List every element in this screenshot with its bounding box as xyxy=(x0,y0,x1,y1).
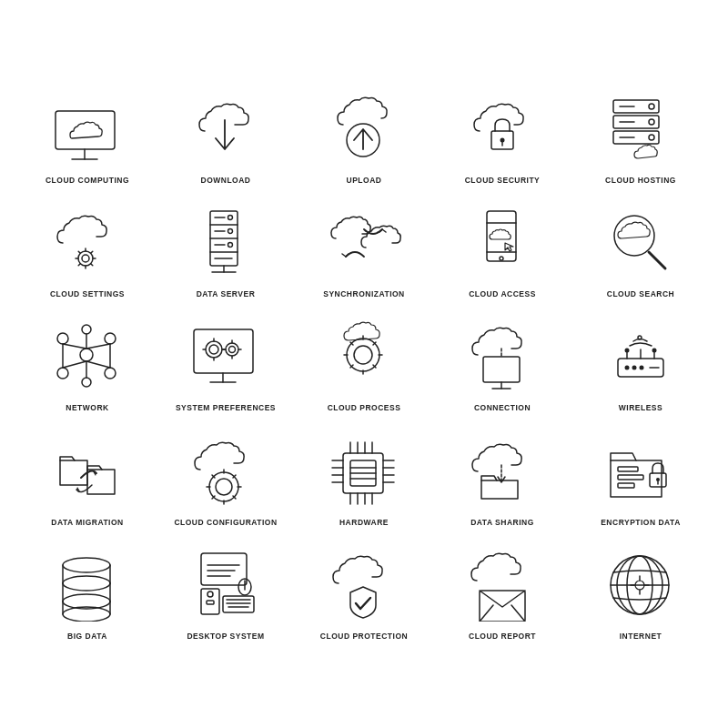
svg-line-53 xyxy=(86,344,110,349)
svg-point-49 xyxy=(105,368,116,379)
svg-rect-149 xyxy=(201,589,219,614)
svg-point-101 xyxy=(216,479,232,495)
svg-point-94 xyxy=(652,349,657,353)
label-download: DOWNLOAD xyxy=(201,176,251,186)
icon-cloud-computing xyxy=(42,88,133,170)
svg-rect-132 xyxy=(618,467,638,471)
label-network: NETWORK xyxy=(66,403,108,413)
icon-system-preferences xyxy=(180,316,271,398)
icon-synchronization xyxy=(318,202,410,284)
label-encryption-data: ENCRYPTION DATA xyxy=(601,518,681,528)
icon-hardware xyxy=(318,430,410,512)
svg-line-44 xyxy=(649,252,665,268)
svg-point-48 xyxy=(57,368,68,379)
icon-cell-cloud-hosting: CLOUD HOSTING xyxy=(571,79,710,193)
label-data-migration: DATA MIGRATION xyxy=(51,518,123,528)
svg-point-95 xyxy=(625,366,630,370)
svg-point-45 xyxy=(80,349,93,361)
icon-cell-connection: CONNECTION xyxy=(433,307,571,420)
icon-desktop-system xyxy=(180,544,271,626)
svg-rect-0 xyxy=(56,111,115,149)
icon-cloud-security xyxy=(457,88,548,170)
icon-data-migration xyxy=(42,430,133,512)
icon-cell-download: DOWNLOAD xyxy=(157,79,295,193)
icon-cloud-protection xyxy=(318,544,410,626)
svg-point-31 xyxy=(228,229,233,234)
label-data-server: DATA SERVER xyxy=(197,289,256,299)
icon-cell-internet: INTERNET xyxy=(571,535,710,649)
svg-line-52 xyxy=(63,344,86,349)
icon-cloud-hosting xyxy=(595,88,686,170)
icon-wireless xyxy=(595,316,686,398)
icon-cell-cloud-protection: CLOUD PROTECTION xyxy=(295,535,433,649)
icon-cell-data-migration: DATA MIGRATION xyxy=(18,421,157,535)
svg-point-93 xyxy=(625,349,630,353)
svg-rect-85 xyxy=(483,357,520,382)
svg-point-96 xyxy=(632,366,637,370)
svg-line-25 xyxy=(91,252,93,254)
label-big-data: BIG DATA xyxy=(67,632,107,642)
icon-cell-cloud-computing: CLOUD COMPUTING xyxy=(18,79,157,193)
label-desktop-system: DESKTOP SYSTEM xyxy=(187,632,264,642)
svg-point-46 xyxy=(57,333,68,344)
svg-rect-148 xyxy=(201,553,247,585)
label-cloud-computing: CLOUD COMPUTING xyxy=(46,176,129,186)
icon-cell-encryption-data: ENCRYPTION DATA xyxy=(571,421,710,535)
icon-cell-cloud-access: CLOUD ACCESS xyxy=(433,193,571,307)
icon-network xyxy=(42,316,133,398)
svg-line-23 xyxy=(91,264,93,266)
svg-line-22 xyxy=(78,252,80,254)
label-cloud-security: CLOUD SECURITY xyxy=(465,176,541,186)
svg-line-162 xyxy=(480,605,493,622)
icon-cell-synchronization: SYNCHRONIZATION xyxy=(295,193,433,307)
label-cloud-process: CLOUD PROCESS xyxy=(328,403,401,413)
icon-cell-data-sharing: DATA SHARING xyxy=(433,421,571,535)
svg-rect-134 xyxy=(618,483,634,488)
svg-line-55 xyxy=(86,361,110,368)
icon-cell-big-data: BIG DATA xyxy=(18,535,157,649)
label-cloud-report: CLOUD REPORT xyxy=(469,632,536,642)
svg-point-141 xyxy=(63,576,110,591)
icon-cell-data-server: DATA SERVER xyxy=(157,193,295,307)
icon-cell-hardware: HARDWARE xyxy=(295,421,433,535)
svg-rect-60 xyxy=(194,329,253,373)
svg-point-65 xyxy=(226,343,238,356)
label-internet: INTERNET xyxy=(620,632,662,642)
svg-line-24 xyxy=(78,264,80,266)
svg-point-138 xyxy=(63,558,110,572)
svg-point-10 xyxy=(649,104,654,109)
icon-cell-system-preferences: SYSTEM PREFERENCES xyxy=(157,307,295,420)
icon-data-server xyxy=(180,202,271,284)
label-cloud-protection: CLOUD PROTECTION xyxy=(320,632,408,642)
icon-grid: CLOUD COMPUTING DOWNLOAD UPLOAD xyxy=(9,70,719,657)
icon-cloud-configuration xyxy=(180,430,271,512)
svg-point-11 xyxy=(649,119,654,125)
svg-line-54 xyxy=(63,361,86,368)
svg-point-51 xyxy=(82,378,91,387)
icon-cell-upload: UPLOAD xyxy=(295,79,433,193)
svg-rect-133 xyxy=(618,475,643,480)
icon-cell-desktop-system: DESKTOP SYSTEM xyxy=(157,535,295,649)
svg-point-50 xyxy=(82,325,91,334)
icon-download xyxy=(180,88,271,170)
label-system-preferences: SYSTEM PREFERENCES xyxy=(176,403,276,413)
svg-point-150 xyxy=(207,592,213,597)
icon-cell-cloud-configuration: CLOUD CONFIGURATION xyxy=(157,421,295,535)
svg-point-47 xyxy=(105,333,116,344)
icon-encryption-data xyxy=(595,430,686,512)
label-data-sharing: DATA SHARING xyxy=(470,518,534,528)
svg-point-32 xyxy=(228,243,233,248)
svg-point-64 xyxy=(209,345,218,354)
svg-point-66 xyxy=(229,347,236,353)
svg-point-30 xyxy=(228,216,233,220)
label-cloud-hosting: CLOUD HOSTING xyxy=(605,176,676,186)
icon-connection xyxy=(457,316,548,398)
svg-point-17 xyxy=(82,255,89,262)
label-cloud-search: CLOUD SEARCH xyxy=(607,289,674,299)
label-synchronization: SYNCHRONIZATION xyxy=(323,289,405,299)
icon-cloud-search xyxy=(595,202,686,284)
icon-cell-cloud-report: CLOUD REPORT xyxy=(433,535,571,649)
label-hardware: HARDWARE xyxy=(339,518,389,528)
svg-rect-39 xyxy=(487,211,516,261)
svg-point-63 xyxy=(206,341,222,358)
